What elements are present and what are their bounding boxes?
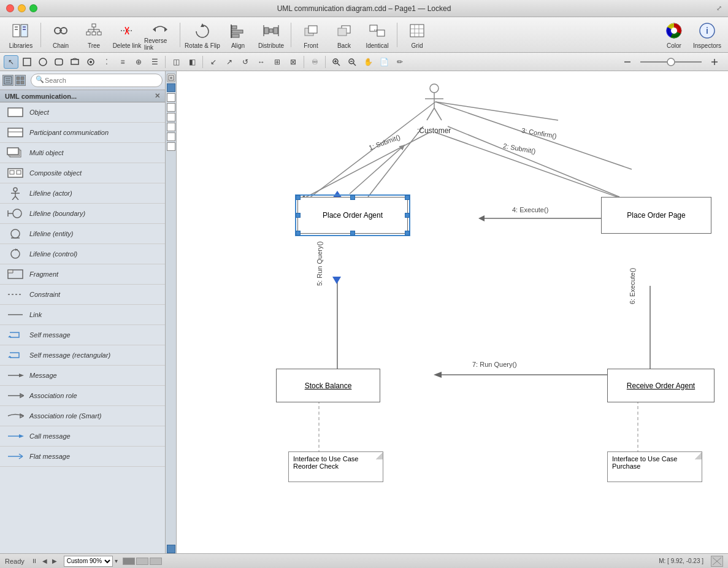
toolbar-reverse-link[interactable]: Reverse link bbox=[144, 20, 176, 50]
note-reorder-check[interactable]: Interface to Use CaseReorder Check bbox=[288, 451, 383, 482]
sidebar-item-lifeline-boundary[interactable]: Lifeline (boundary) bbox=[0, 204, 165, 224]
sidebar-item-constraint[interactable]: Constraint bbox=[0, 285, 165, 305]
list-tool[interactable]: ☰ bbox=[147, 55, 162, 69]
pen-tool[interactable]: ✏ bbox=[393, 55, 407, 69]
toolbar-inspectors[interactable]: i Inspectors bbox=[691, 20, 723, 50]
sidebar-item-assoc[interactable]: Association role bbox=[0, 386, 165, 406]
shape-tool[interactable] bbox=[67, 55, 82, 69]
minimize-button[interactable] bbox=[18, 4, 26, 12]
grid-tool[interactable]: ⊞ bbox=[270, 55, 285, 69]
page-tool[interactable]: 📄 bbox=[377, 55, 391, 69]
sidebar-item-fragment[interactable]: Fragment bbox=[0, 264, 165, 285]
diagram-canvas[interactable]: :Customer 1: Submit() 2: Submit() 3: Con… bbox=[178, 71, 728, 553]
toolbar-identical[interactable]: Identical bbox=[361, 20, 393, 50]
mini-indicator-5[interactable] bbox=[167, 123, 175, 131]
handle-ml[interactable] bbox=[296, 213, 301, 218]
next-btn[interactable]: ▶ bbox=[50, 558, 59, 564]
table-tool[interactable]: ◫ bbox=[169, 55, 183, 69]
actor-customer[interactable]: :Customer bbox=[417, 83, 451, 135]
corner-btn[interactable] bbox=[711, 556, 723, 567]
plus-tool[interactable]: ⊕ bbox=[131, 55, 146, 69]
box-place-order-agent[interactable]: Place Order Agent bbox=[297, 197, 408, 234]
toolbar-rotate-flip[interactable]: Rotate & Flip bbox=[184, 20, 221, 50]
canvas-area[interactable]: :Customer 1: Submit() 2: Submit() 3: Con… bbox=[166, 71, 728, 553]
zoom-control[interactable]: Custom 90% 50% 75% 100% 125% 150% ▾ bbox=[64, 556, 118, 567]
select-tool[interactable]: ↖ bbox=[4, 55, 18, 69]
rect-tool[interactable] bbox=[20, 55, 34, 69]
arrow-tool[interactable]: ↙ bbox=[206, 55, 221, 69]
toolbar-chain[interactable]: Chain bbox=[45, 20, 77, 50]
mini-btn-1[interactable] bbox=[167, 74, 175, 82]
curved-tool[interactable]: ↗ bbox=[222, 55, 237, 69]
handle-bc[interactable] bbox=[350, 231, 355, 236]
zoom-out-tool[interactable] bbox=[345, 55, 359, 69]
sidebar-item-link[interactable]: Link bbox=[0, 305, 165, 325]
box-place-order-page[interactable]: Place Order Page bbox=[601, 197, 711, 234]
maximize-button[interactable] bbox=[29, 4, 37, 12]
mini-indicator-4[interactable] bbox=[167, 113, 175, 121]
sidebar-item-object[interactable]: Object bbox=[0, 102, 165, 123]
sidebar-item-flat-message[interactable]: Flat message bbox=[0, 447, 165, 467]
sidebar-item-message[interactable]: Message bbox=[0, 366, 165, 386]
loop-tool[interactable]: ↺ bbox=[238, 55, 253, 69]
sidebar-tab-grid[interactable] bbox=[15, 75, 26, 86]
multi-tool[interactable]: ≡ bbox=[115, 55, 130, 69]
mini-indicator-7[interactable] bbox=[167, 142, 175, 151]
zoom-minus-btn[interactable] bbox=[620, 55, 635, 69]
sidebar-item-self-message-rect[interactable]: Self message (rectangular) bbox=[0, 345, 165, 366]
note-purchase[interactable]: Interface to Use CasePurchase bbox=[607, 451, 702, 482]
prev-btn[interactable]: ◀ bbox=[40, 558, 49, 564]
handle-mr[interactable] bbox=[405, 213, 410, 218]
toolbar-back[interactable]: Back bbox=[328, 20, 360, 50]
panel-close-button[interactable]: ✕ bbox=[155, 92, 160, 100]
toolbar-tree[interactable]: Tree bbox=[78, 20, 110, 50]
infinity-tool[interactable]: ♾ bbox=[307, 55, 322, 69]
sidebar-item-call-message[interactable]: Call message bbox=[0, 426, 165, 447]
connector-tool[interactable]: ↔ bbox=[254, 55, 269, 69]
toolbar-libraries[interactable]: Libraries bbox=[5, 20, 37, 50]
box-stock-balance[interactable]: Stock Balance bbox=[276, 369, 380, 402]
search-input[interactable] bbox=[31, 74, 163, 87]
zoom-in-tool[interactable] bbox=[329, 55, 343, 69]
toolbar-distribute[interactable]: Distribute bbox=[255, 20, 287, 50]
sidebar-item-assoc-smart[interactable]: Association role (Smart) bbox=[0, 406, 165, 426]
table2-tool[interactable]: ⊠ bbox=[286, 55, 301, 69]
page-dot-1[interactable] bbox=[123, 558, 135, 565]
toolbar-grid[interactable]: Grid bbox=[401, 20, 433, 50]
page-dot-2[interactable] bbox=[136, 558, 148, 565]
mini-indicator-2[interactable] bbox=[167, 93, 175, 102]
toolbar-front[interactable]: Front bbox=[295, 20, 327, 50]
mini-indicator-bottom[interactable] bbox=[167, 545, 175, 553]
sidebar-item-lifeline-entity[interactable]: Lifeline (entity) bbox=[0, 224, 165, 244]
zoom-plus-btn[interactable] bbox=[707, 55, 722, 69]
toolbar-delete-link[interactable]: Delete link bbox=[111, 20, 143, 50]
handle-tc[interactable] bbox=[350, 195, 355, 200]
panel-tool[interactable]: ◧ bbox=[185, 55, 199, 69]
handle-tl[interactable] bbox=[296, 195, 301, 200]
close-button[interactable] bbox=[6, 4, 14, 12]
sidebar-item-self-message[interactable]: Self message bbox=[0, 325, 165, 345]
sidebar-tab-list[interactable] bbox=[2, 75, 13, 86]
handle-tr[interactable] bbox=[405, 195, 410, 200]
circle-tool2[interactable] bbox=[83, 55, 98, 69]
toolbar-align[interactable]: Align bbox=[222, 20, 254, 50]
zoom-arrow[interactable]: ▾ bbox=[115, 558, 118, 564]
handle-bl[interactable] bbox=[296, 231, 301, 236]
toolbar-color[interactable]: Color bbox=[658, 20, 690, 50]
rounded-rect-tool[interactable] bbox=[52, 55, 66, 69]
page-dot-3[interactable] bbox=[150, 558, 162, 565]
sidebar-item-lifeline-actor[interactable]: Lifeline (actor) bbox=[0, 183, 165, 204]
mini-indicator-6[interactable] bbox=[167, 132, 175, 141]
sidebar-item-participant[interactable]: Participant communication bbox=[0, 123, 165, 143]
handle-br[interactable] bbox=[405, 231, 410, 236]
ellipse-tool[interactable] bbox=[36, 55, 50, 69]
mini-indicator-1[interactable] bbox=[167, 83, 175, 92]
pan-tool[interactable]: ✋ bbox=[361, 55, 375, 69]
box-receive-order-agent[interactable]: Receive Order Agent bbox=[607, 369, 715, 402]
expand-icon[interactable]: ⤢ bbox=[716, 4, 722, 12]
zoom-select[interactable]: Custom 90% 50% 75% 100% 125% 150% bbox=[64, 556, 113, 567]
zoom-slider[interactable] bbox=[637, 58, 705, 66]
window-controls[interactable] bbox=[6, 4, 37, 12]
sidebar-item-lifeline-control[interactable]: Lifeline (control) bbox=[0, 244, 165, 264]
pause-btn[interactable]: ⏸ bbox=[29, 558, 39, 564]
